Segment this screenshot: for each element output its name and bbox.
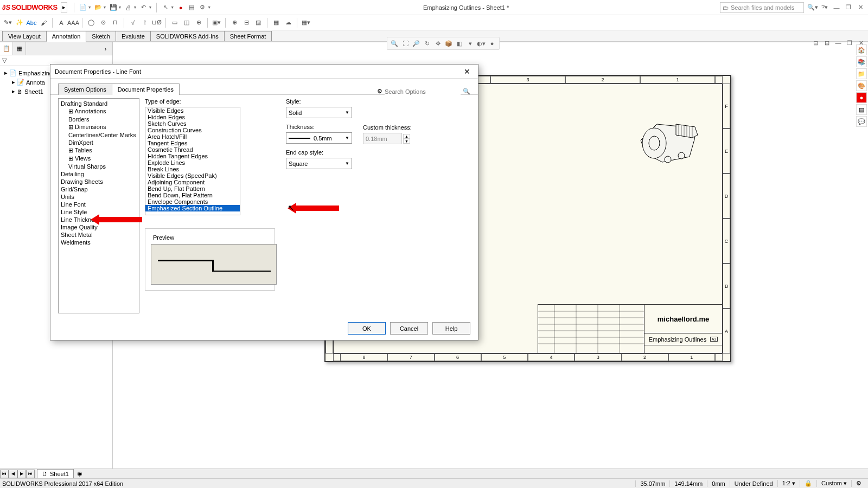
dialog-search-input[interactable] (385, 88, 461, 95)
datum-feature-icon[interactable]: ◫ (181, 17, 192, 28)
panel-tab-expand[interactable]: › (99, 42, 112, 55)
surface-finish-icon[interactable]: √ (127, 17, 138, 28)
section-view-icon[interactable]: ◧ (455, 38, 464, 48)
spinner-down[interactable]: ▼ (403, 139, 410, 144)
props-tree-item[interactable]: ⊞ Views (60, 155, 138, 163)
centerline-icon[interactable]: ⊟ (241, 17, 252, 28)
restore-icon[interactable]: ❐ (843, 2, 854, 13)
file-explorer-icon[interactable]: 📁 (856, 68, 867, 79)
edge-type-item[interactable]: Hidden Edges (145, 114, 240, 120)
tab-view-layout[interactable]: View Layout (2, 31, 47, 41)
revision-cloud-icon[interactable]: ☁ (283, 17, 293, 28)
weld-symbol-icon[interactable]: ⟟ (139, 17, 150, 28)
resources-icon[interactable]: 🏠 (856, 44, 867, 55)
revision-icon[interactable]: ▨ (253, 17, 264, 28)
props-tree-item[interactable]: Grid/Snap (60, 185, 138, 193)
props-tree-item[interactable]: Drawing Sheets (60, 178, 138, 185)
win-min-icon[interactable]: — (833, 38, 843, 48)
save-icon[interactable]: 💾 (108, 2, 119, 13)
status-lock-icon[interactable]: 🔒 (800, 480, 816, 487)
view-palette-icon[interactable]: 🎨 (856, 80, 867, 91)
panel-tab-feature[interactable]: 📋 (0, 42, 13, 55)
props-tree-item[interactable]: Sheet Metal (60, 231, 138, 239)
props-tree-item[interactable]: ⊞ Annotations (60, 107, 138, 115)
zoom-area-icon[interactable]: ⛶ (400, 38, 410, 48)
props-tree-item[interactable]: ⊞ Tables (60, 146, 138, 155)
edge-type-item[interactable]: Cosmetic Thread (145, 146, 240, 153)
print-icon[interactable]: 🖨 (123, 2, 133, 13)
props-tree-item[interactable]: Virtual Sharps (60, 163, 138, 170)
select-icon[interactable]: ↖ (160, 2, 171, 13)
props-tree-item[interactable]: Line Font (60, 201, 138, 208)
appearance-icon[interactable]: ● (487, 38, 497, 48)
design-library-icon[interactable]: 📚 (856, 56, 867, 67)
gtol-icon[interactable]: ▭ (169, 17, 180, 28)
thickness-combo[interactable]: 0.5mm▼ (286, 132, 352, 144)
tab-system-options[interactable]: System Options (58, 84, 112, 95)
spell-check-icon[interactable]: Abc (26, 17, 37, 28)
add-sheet-button[interactable]: ◉ (74, 470, 86, 477)
props-tree-item[interactable]: DimXpert (60, 139, 138, 146)
props-tree-item[interactable]: Borders (60, 115, 138, 123)
edge-type-item[interactable]: Visible Edges (SpeedPak) (145, 172, 240, 179)
isometric-view[interactable] (624, 97, 706, 178)
edge-type-item[interactable]: Envelope Components (145, 198, 240, 205)
panel-tab-property[interactable]: ▦ (13, 42, 26, 55)
display-style-icon[interactable]: ▾ (465, 38, 475, 48)
edge-type-item[interactable]: Emphasized Section Outline (145, 205, 240, 211)
minimize-icon[interactable]: — (831, 2, 842, 13)
last-sheet-button[interactable]: ⏭ (26, 470, 35, 478)
edge-type-item[interactable]: Tangent Edges (145, 140, 240, 146)
status-scale[interactable]: 1:2 ▾ (777, 480, 800, 487)
rotate-icon[interactable]: ↻ (422, 38, 432, 48)
tab-sheet-format[interactable]: Sheet Format (224, 31, 272, 41)
status-custom[interactable]: Custom ▾ (816, 480, 851, 487)
custom-thickness-input[interactable] (363, 133, 402, 144)
zoom-sel-icon[interactable]: 🔎 (411, 38, 421, 48)
search-box[interactable]: 🗁 Search files and models (720, 2, 804, 13)
props-tree-item[interactable]: Weldments (60, 239, 138, 246)
props-tree-item[interactable]: Units (60, 193, 138, 201)
close-app-icon[interactable]: ✕ (855, 2, 866, 13)
win-max-icon[interactable]: ❐ (845, 38, 854, 48)
settings-icon[interactable]: ⚙ (197, 2, 208, 13)
spinner-up[interactable]: ▲ (403, 134, 410, 139)
magnetic-line-icon[interactable]: ⊓ (110, 17, 120, 28)
ok-button[interactable]: OK (348, 322, 386, 335)
edge-type-item[interactable]: Sketch Curves (145, 120, 240, 127)
hole-callout-icon[interactable]: ⊔Ø (151, 17, 162, 28)
tab-addins[interactable]: SOLIDWORKS Add-Ins (150, 31, 225, 41)
block-icon[interactable]: ▣▾ (211, 17, 222, 28)
props-tree-item[interactable]: Detailing (60, 170, 138, 178)
first-sheet-button[interactable]: ⏮ (0, 470, 9, 478)
zoom-fit-icon[interactable]: 🔍 (390, 38, 399, 48)
edge-type-item[interactable]: Hidden Tangent Edges (145, 153, 240, 159)
appearances-icon[interactable]: ● (856, 92, 867, 103)
smart-dim-icon[interactable]: ✎▾ (2, 17, 13, 28)
edge-type-item[interactable]: Area Hatch/Fill (145, 133, 240, 140)
edge-type-item[interactable]: Bend Up, Flat Pattern (145, 185, 240, 192)
tab-sketch[interactable]: Sketch (86, 31, 116, 41)
edge-type-list[interactable]: Visible EdgesHidden EdgesSketch CurvesCo… (145, 107, 240, 215)
cancel-button[interactable]: Cancel (390, 322, 428, 335)
datum-target-icon[interactable]: ⊕ (193, 17, 204, 28)
search-dropdown-icon[interactable]: 🔍▾ (807, 2, 818, 13)
pan-icon[interactable]: ✥ (433, 38, 443, 48)
edge-type-item[interactable]: Adjoining Component (145, 179, 240, 185)
properties-tree[interactable]: Drafting Standard⊞ AnnotationsBorders⊞ D… (58, 98, 139, 313)
props-tree-item[interactable]: Centerlines/Center Marks (60, 131, 138, 139)
help-icon[interactable]: ?▾ (819, 2, 830, 13)
edge-type-item[interactable]: Bend Down, Flat Pattern (145, 192, 240, 198)
model-items-icon[interactable]: ✨ (14, 17, 25, 28)
linear-note-icon[interactable]: AAA (68, 17, 79, 28)
auto-balloon-icon[interactable]: ⊙ (98, 17, 108, 28)
win-next-icon[interactable]: ⊟ (822, 38, 832, 48)
new-file-icon[interactable]: 📄 (78, 2, 88, 13)
tab-document-properties[interactable]: Document Properties (112, 84, 180, 95)
tab-evaluate[interactable]: Evaluate (116, 31, 151, 41)
tab-annotation[interactable]: Annotation (46, 31, 87, 42)
tables-icon[interactable]: ▦▾ (301, 17, 311, 28)
props-tree-item[interactable]: Drafting Standard (60, 100, 138, 107)
hide-show-icon[interactable]: ◐▾ (476, 38, 486, 48)
next-sheet-button[interactable]: ▶ (17, 470, 26, 478)
